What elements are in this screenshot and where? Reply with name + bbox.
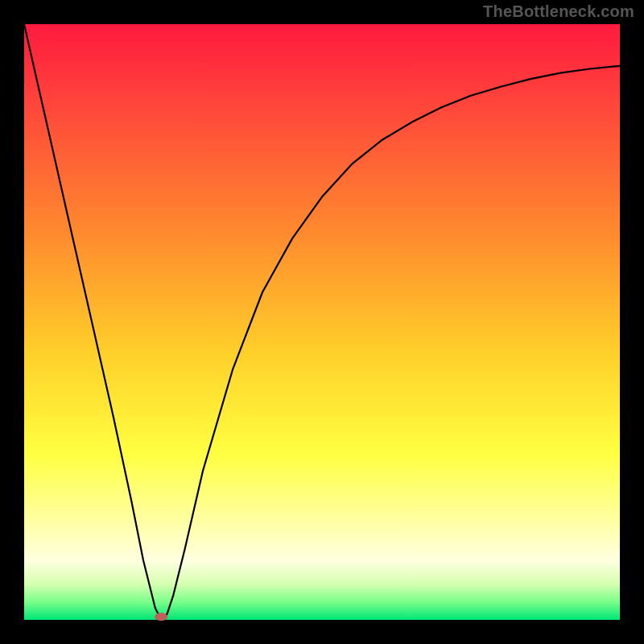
chart-frame: TheBottleneck.com xyxy=(0,0,644,644)
chart-svg xyxy=(0,0,644,644)
optimal-point-marker xyxy=(155,613,167,621)
watermark-text: TheBottleneck.com xyxy=(483,2,634,21)
plot-background xyxy=(24,24,620,620)
